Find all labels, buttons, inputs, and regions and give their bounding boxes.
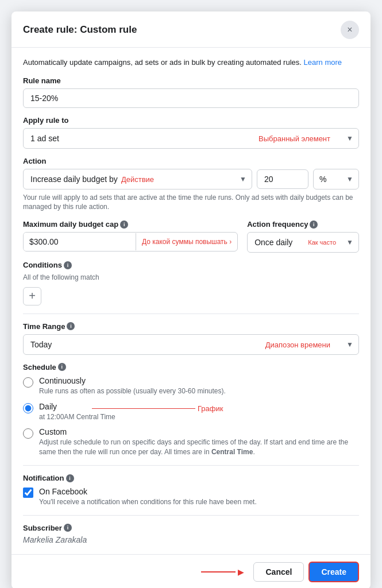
rule-name-input[interactable] <box>23 88 359 108</box>
schedule-custom-label: Custom <box>39 427 359 436</box>
schedule-custom-radio[interactable] <box>23 428 33 439</box>
create-button[interactable]: Create <box>308 562 359 582</box>
modal-title: Create rule: Custom rule <box>23 24 137 36</box>
notification-divider <box>23 465 359 466</box>
time-range-wrapper: Today Yesterday Last 7 days Last 14 days… <box>23 334 359 355</box>
close-button[interactable]: × <box>341 21 359 39</box>
budget-edit-button[interactable]: До какой суммы повышать › <box>136 233 237 250</box>
budget-row: Maximum daily budget cap i До какой сумм… <box>23 220 359 253</box>
divider <box>23 314 359 314</box>
schedule-radio-group: Continuously Rule runs as often as possi… <box>23 376 359 457</box>
budget-input-wrapper: До какой суммы повышать › <box>23 232 238 252</box>
rule-name-label: Rule name <box>23 76 359 85</box>
budget-cap-label: Maximum daily budget cap <box>23 220 118 229</box>
action-frequency-label: Action frequency <box>247 220 308 229</box>
budget-cap-col: Maximum daily budget cap i До какой сумм… <box>23 220 238 253</box>
conditions-section: Conditions i All of the following match … <box>23 261 359 305</box>
unit-select[interactable]: % $ <box>313 169 359 189</box>
modal-footer: ▶ Cancel Create <box>11 554 371 588</box>
modal-header: Create rule: Custom rule × <box>11 11 371 48</box>
time-range-label: Time Range <box>23 322 65 331</box>
schedule-section: Schedule i Continuously Rule runs as oft… <box>23 363 359 457</box>
schedule-continuously-item: Continuously Rule runs as often as possi… <box>23 376 359 396</box>
schedule-label: Schedule <box>23 363 56 372</box>
create-arrow-annotation: ▶ <box>23 567 244 577</box>
unit-select-wrapper: % $ ▼ <box>313 169 359 189</box>
conditions-sublabel: All of the following match <box>23 273 359 283</box>
schedule-custom-item: Custom Adjust rule schedule to run on sp… <box>23 427 359 457</box>
schedule-custom-sublabel: Adjust rule schedule to run on specific … <box>39 438 359 457</box>
create-rule-modal: Create rule: Custom rule × Automatically… <box>11 11 371 588</box>
schedule-continuously-label: Continuously <box>39 376 226 385</box>
subscriber-label: Subscriber <box>23 524 62 532</box>
notification-label: Notification <box>23 474 64 482</box>
action-value-input[interactable] <box>257 169 308 189</box>
conditions-label: Conditions <box>23 261 62 269</box>
notification-checkbox-sublabel: You'll receive a notification when condi… <box>39 497 257 507</box>
action-select[interactable]: Increase daily budget by Decrease daily … <box>23 169 252 189</box>
schedule-info-icon[interactable]: i <box>58 363 66 371</box>
action-frequency-info-icon[interactable]: i <box>310 220 318 229</box>
budget-cap-input[interactable] <box>24 233 136 251</box>
action-info-text: Your rule will apply to ad sets that are… <box>23 193 359 212</box>
schedule-continuously-radio[interactable] <box>23 377 33 388</box>
action-frequency-col: Action frequency i Once daily Twice dail… <box>247 220 359 253</box>
budget-cap-info-icon[interactable]: i <box>120 220 128 229</box>
apply-rule-wrapper: 1 ad set All active ad sets All ad sets … <box>23 128 359 149</box>
apply-rule-select[interactable]: 1 ad set All active ad sets All ad sets <box>23 128 359 149</box>
modal-body: Automatically update campaigns, ad sets … <box>11 48 371 554</box>
notification-section: Notification i On Facebook You'll receiv… <box>23 474 359 507</box>
conditions-info-icon[interactable]: i <box>64 261 72 269</box>
description-text: Automatically update campaigns, ad sets … <box>23 57 359 68</box>
schedule-daily-radio[interactable] <box>23 403 33 413</box>
action-row: Increase daily budget by Decrease daily … <box>23 169 359 189</box>
subscriber-section: Subscriber i Markelia Zarakala <box>23 524 359 545</box>
notification-checkbox[interactable] <box>23 488 33 498</box>
notification-checkbox-item: On Facebook You'll receive a notificatio… <box>23 487 359 507</box>
cancel-button[interactable]: Cancel <box>253 562 304 582</box>
apply-rule-label: Apply rule to <box>23 116 359 125</box>
action-frequency-select[interactable]: Once daily Twice daily Every 30 minutes <box>247 232 359 253</box>
time-range-select[interactable]: Today Yesterday Last 7 days Last 14 days… <box>23 334 359 355</box>
subscriber-info-icon[interactable]: i <box>64 524 72 532</box>
notification-info-icon[interactable]: i <box>66 474 74 482</box>
subscriber-divider <box>23 515 359 516</box>
add-condition-button[interactable]: + <box>23 287 41 305</box>
schedule-daily-sublabel: at 12:00AM Central Time <box>39 412 115 422</box>
subscriber-value: Markelia Zarakala <box>23 535 87 544</box>
learn-more-link[interactable]: Learn more <box>304 58 342 67</box>
schedule-daily-item: Daily at 12:00AM Central Time График <box>23 402 359 422</box>
schedule-daily-label: Daily <box>39 402 115 411</box>
time-range-info-icon[interactable]: i <box>67 322 75 330</box>
action-frequency-wrapper: Once daily Twice daily Every 30 minutes … <box>247 232 359 253</box>
action-select-wrapper: Increase daily budget by Decrease daily … <box>23 169 252 189</box>
action-label: Action <box>23 157 359 165</box>
notification-checkbox-label: On Facebook <box>39 487 257 496</box>
schedule-continuously-sublabel: Rule runs as often as possible (usually … <box>39 386 226 396</box>
